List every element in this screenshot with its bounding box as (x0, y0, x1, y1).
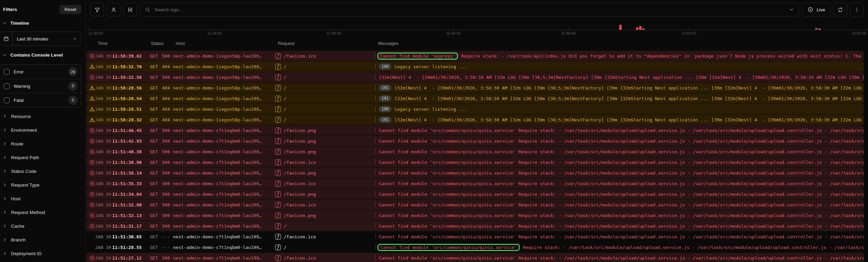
log-row[interactable]: JAN 3011:51:40.38GET500nest-admin-demo-c… (86, 146, 864, 157)
chevron-right-icon (3, 114, 7, 118)
chevron-down-icon (789, 7, 794, 12)
log-host: nest-admin-demo-c7t1nqbm0-lau199… (173, 149, 275, 154)
log-time: 11:51:27.12 (112, 255, 150, 261)
log-row[interactable]: JAN 3011:51:32.80GET500nest-admin-demo-c… (86, 200, 864, 210)
sidebar-section-status-code[interactable]: Status Code (0, 164, 85, 178)
log-row[interactable]: JAN 3011:58:39.62GET500nest-admin-demo-1… (86, 51, 864, 61)
log-time: 11:51:38.14 (112, 170, 150, 176)
log-row[interactable]: JAN 3011:51:38.14GET500nest-admin-demo-c… (86, 168, 864, 178)
log-row[interactable]: JAN 3011:58:28.51GET404nest-admin-demo-1… (86, 104, 864, 114)
timeline-section-toggle[interactable]: Timeline (0, 19, 85, 27)
log-row[interactable]: JAN 3011:51:46.45GET500nest-admin-demo-c… (86, 125, 864, 135)
date-picker-button[interactable] (0, 32, 12, 46)
function-icon: ƒ (275, 202, 281, 208)
log-row[interactable]: JAN 3011:58:32.70GET404nest-admin-demo-1… (86, 61, 864, 72)
logs-app: Filters Reset Timeline Last 30 minutes C… (0, 0, 868, 262)
function-icon: ƒ (275, 255, 281, 261)
sidebar-section-request-type[interactable]: Request Type (0, 178, 85, 192)
sidebar-section-label: Resource (11, 114, 31, 119)
function-icon: ƒ (275, 159, 281, 165)
log-row[interactable]: JAN 3011:58:28.54GET404nest-admin-demo-1… (86, 93, 864, 104)
console-level-option-fatal[interactable]: Fatal0 (0, 93, 81, 107)
error-icon (90, 255, 95, 261)
log-request-cell: ƒ/ (275, 96, 375, 102)
log-time: 11:51:42.93 (112, 139, 150, 144)
log-row[interactable]: JAN 3011:51:34.64GET500nest-admin-demo-c… (86, 189, 864, 199)
timeline-chart[interactable]: 11:30:0011:34:5011:39:3011:44:1011:48:40… (86, 19, 868, 36)
log-host: nest-admin-demo-c7t1nqbm0-lau199… (173, 245, 275, 250)
chevron-down-icon (2, 21, 7, 25)
log-request-path: / (284, 85, 286, 91)
console-level-option-error[interactable]: Error28 (0, 65, 81, 79)
log-request-path: /favicon.ico (284, 202, 316, 207)
function-icon: ƒ (275, 74, 281, 80)
log-row[interactable]: JAN 3011:58:28.56GET404nest-admin-demo-1… (86, 83, 864, 93)
log-date: JAN 30 (95, 245, 112, 250)
log-row[interactable]: JAN 3011:51:31.17GET500nest-admin-demo-c… (86, 221, 864, 231)
checkbox[interactable] (4, 97, 10, 103)
sidebar-section-route[interactable]: Route (0, 137, 85, 151)
timeline-histogram-bar (642, 28, 645, 30)
sidebar-section-label: Deployment ID (11, 251, 42, 256)
refresh-button[interactable] (833, 3, 847, 16)
live-button[interactable]: Live (802, 3, 831, 16)
log-request-cell: ƒ/favicon.ico (275, 53, 375, 59)
log-request-cell: ƒ/ (275, 64, 375, 70)
timeline-histogram-bar (815, 28, 818, 30)
log-message-cell: Cannot find module 'src/common/qiniu/qin… (375, 213, 864, 218)
format-button[interactable] (123, 3, 137, 16)
log-time: 11:51:38.90 (112, 160, 150, 165)
log-message-text: Legacy server listening ... (395, 64, 467, 69)
log-date: JAN 30 (95, 117, 112, 122)
search-input[interactable] (154, 7, 786, 13)
log-request-method: GET (150, 75, 162, 80)
sidebar-section-branch[interactable]: Branch (0, 233, 85, 247)
log-message-text: Cannot find module 'src/common/qiniu/qin… (379, 160, 864, 165)
log-row[interactable]: JAN 3011:51:32.13GET500nest-admin-demo-c… (86, 210, 864, 221)
reset-filters-button[interactable]: Reset (59, 5, 81, 14)
log-row[interactable]: JAN 3011:58:32.58GET500nest-admin-demo-1… (86, 72, 864, 82)
log-row[interactable]: JAN 3011:51:30.65GET---nest-admin-demo-c… (86, 231, 864, 242)
sidebar-section-cache[interactable]: Cache (0, 219, 85, 233)
log-status-code: 500 (162, 139, 173, 144)
search-options-button[interactable] (789, 7, 794, 12)
sidebar-section-label: Route (11, 141, 23, 146)
sidebar-section-resource[interactable]: Resource (0, 109, 85, 123)
sidebar-section-request-method[interactable]: Request Method (0, 205, 85, 219)
warning-icon (90, 85, 95, 91)
log-row[interactable]: JAN 3011:51:38.90GET500nest-admin-demo-c… (86, 157, 864, 167)
log-request-path: / (284, 224, 286, 229)
log-message-text: Cannot find module 'src/common/qiniu/qin… (379, 149, 864, 154)
log-time: 11:51:32.80 (112, 202, 150, 207)
log-row[interactable]: JAN 3011:51:27.12GET500nest-admin-demo-c… (86, 253, 864, 262)
log-request-path: / (284, 75, 286, 80)
log-request-method: GET (150, 107, 162, 112)
log-row[interactable]: JAN 3011:51:42.93GET500nest-admin-demo-c… (86, 136, 864, 146)
search-icon (145, 7, 150, 12)
kebab-menu-icon (854, 7, 860, 13)
console-level-label: Error (14, 69, 64, 74)
time-range-select[interactable]: Last 30 minutes (12, 32, 81, 46)
timeline-tick-label: 11:30:00 (89, 31, 103, 35)
filter-button[interactable] (90, 3, 104, 16)
sidebar-section-host[interactable]: Host (0, 192, 85, 205)
log-host: nest-admin-demo-c7t1nqbm0-lau199… (173, 160, 275, 165)
sidebar-section-environment[interactable]: Environment (0, 123, 85, 137)
error-icon (90, 213, 95, 218)
message-count-badge: 101 (379, 117, 391, 123)
checkbox[interactable] (4, 69, 10, 75)
console-level-option-warning[interactable]: Warning0 (0, 79, 81, 93)
log-request-cell: ƒ/ (275, 223, 375, 229)
log-row[interactable]: JAN 3011:51:28.55GET---nest-admin-demo-c… (86, 242, 864, 252)
log-time: 11:51:32.13 (112, 213, 150, 218)
log-row[interactable]: JAN 3011:51:35.33GET500nest-admin-demo-c… (86, 178, 864, 189)
console-level-section-toggle[interactable]: Contains Console Level (0, 51, 85, 59)
sidebar-section-deployment-id[interactable]: Deployment ID (0, 247, 85, 260)
user-button[interactable] (107, 3, 120, 16)
sidebar-section-request-path[interactable]: Request Path (0, 151, 85, 164)
checkbox[interactable] (4, 83, 10, 89)
log-message-text: Cannot find module 'src/common/qiniu/qin… (379, 255, 864, 261)
log-row[interactable]: JAN 3011:58:28.32GET404nest-admin-demo-1… (86, 115, 864, 125)
more-options-button[interactable] (850, 3, 864, 16)
error-icon (90, 53, 95, 59)
